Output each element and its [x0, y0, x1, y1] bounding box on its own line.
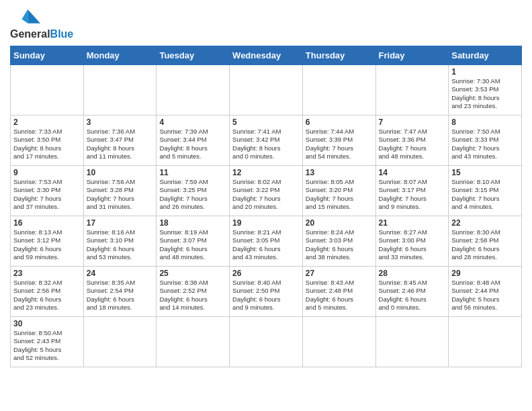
day-number: 12 [232, 168, 300, 177]
day-cell [449, 317, 522, 367]
day-number: 28 [379, 269, 446, 278]
day-info: Sunrise: 8:05 AM Sunset: 3:20 PM Dayligh… [306, 178, 373, 211]
day-cell: 23Sunrise: 8:32 AM Sunset: 2:56 PM Dayli… [11, 267, 84, 317]
day-cell [375, 317, 449, 367]
day-info: Sunrise: 8:43 AM Sunset: 2:48 PM Dayligh… [306, 279, 373, 312]
day-cell: 22Sunrise: 8:30 AM Sunset: 2:58 PM Dayli… [449, 216, 522, 267]
day-info: Sunrise: 7:33 AM Sunset: 3:50 PM Dayligh… [13, 128, 81, 161]
day-info: Sunrise: 8:02 AM Sunset: 3:22 PM Dayligh… [232, 178, 300, 211]
day-number: 15 [451, 168, 519, 177]
day-info: Sunrise: 7:41 AM Sunset: 3:42 PM Dayligh… [232, 128, 300, 161]
day-cell: 12Sunrise: 8:02 AM Sunset: 3:22 PM Dayli… [230, 166, 303, 216]
day-cell: 28Sunrise: 8:45 AM Sunset: 2:46 PM Dayli… [375, 267, 449, 317]
generalblue-logo [10, 7, 44, 27]
day-info: Sunrise: 8:24 AM Sunset: 3:03 PM Dayligh… [306, 228, 373, 261]
day-number: 3 [87, 118, 154, 127]
day-info: Sunrise: 8:21 AM Sunset: 3:05 PM Dayligh… [232, 228, 300, 261]
day-cell: 2Sunrise: 7:33 AM Sunset: 3:50 PM Daylig… [11, 116, 84, 166]
day-info: Sunrise: 8:19 AM Sunset: 3:07 PM Dayligh… [159, 228, 226, 261]
day-cell: 30Sunrise: 8:50 AM Sunset: 2:43 PM Dayli… [11, 317, 84, 367]
svg-marker-0 [28, 9, 40, 24]
day-number: 11 [159, 168, 226, 177]
day-number: 29 [451, 269, 519, 278]
day-number: 27 [306, 269, 373, 278]
day-cell [302, 65, 375, 116]
day-cell: 16Sunrise: 8:13 AM Sunset: 3:12 PM Dayli… [11, 216, 84, 267]
day-cell [157, 317, 230, 367]
day-info: Sunrise: 7:47 AM Sunset: 3:36 PM Dayligh… [379, 128, 446, 161]
day-number: 10 [87, 168, 154, 177]
week-row-2: 2Sunrise: 7:33 AM Sunset: 3:50 PM Daylig… [11, 116, 522, 166]
day-cell [375, 65, 449, 116]
weekday-header-thursday: Thursday [302, 46, 375, 65]
day-number: 6 [306, 118, 373, 127]
day-number: 18 [159, 218, 226, 228]
day-cell: 10Sunrise: 7:56 AM Sunset: 3:28 PM Dayli… [83, 166, 157, 216]
day-cell: 24Sunrise: 8:35 AM Sunset: 2:54 PM Dayli… [83, 267, 157, 317]
day-info: Sunrise: 8:48 AM Sunset: 2:44 PM Dayligh… [451, 279, 519, 312]
day-info: Sunrise: 7:56 AM Sunset: 3:28 PM Dayligh… [87, 178, 154, 211]
day-cell: 19Sunrise: 8:21 AM Sunset: 3:05 PM Dayli… [230, 216, 303, 267]
day-number: 30 [13, 319, 81, 328]
day-number: 19 [232, 218, 300, 228]
day-number: 26 [232, 269, 300, 278]
day-info: Sunrise: 8:27 AM Sunset: 3:00 PM Dayligh… [379, 228, 446, 261]
day-info: Sunrise: 7:59 AM Sunset: 3:25 PM Dayligh… [159, 178, 226, 211]
day-number: 16 [13, 218, 81, 228]
day-number: 20 [306, 218, 373, 228]
day-info: Sunrise: 8:07 AM Sunset: 3:17 PM Dayligh… [379, 178, 446, 211]
day-number: 24 [87, 269, 154, 278]
day-number: 4 [159, 118, 226, 127]
day-info: Sunrise: 7:39 AM Sunset: 3:44 PM Dayligh… [159, 128, 226, 161]
day-cell [83, 65, 157, 116]
day-cell: 27Sunrise: 8:43 AM Sunset: 2:48 PM Dayli… [302, 267, 375, 317]
day-info: Sunrise: 8:13 AM Sunset: 3:12 PM Dayligh… [13, 228, 81, 261]
day-cell: 6Sunrise: 7:44 AM Sunset: 3:39 PM Daylig… [302, 116, 375, 166]
day-cell: 7Sunrise: 7:47 AM Sunset: 3:36 PM Daylig… [375, 116, 449, 166]
day-cell: 15Sunrise: 8:10 AM Sunset: 3:15 PM Dayli… [449, 166, 522, 216]
day-number: 7 [379, 118, 446, 127]
day-info: Sunrise: 7:30 AM Sunset: 3:53 PM Dayligh… [451, 77, 519, 110]
day-info: Sunrise: 8:40 AM Sunset: 2:50 PM Dayligh… [232, 279, 300, 312]
day-cell: 14Sunrise: 8:07 AM Sunset: 3:17 PM Dayli… [375, 166, 449, 216]
day-cell: 9Sunrise: 7:53 AM Sunset: 3:30 PM Daylig… [11, 166, 84, 216]
week-row-5: 23Sunrise: 8:32 AM Sunset: 2:56 PM Dayli… [11, 267, 522, 317]
weekday-header-monday: Monday [83, 46, 157, 65]
day-number: 21 [379, 218, 446, 228]
weekday-header-saturday: Saturday [449, 46, 522, 65]
day-cell: 3Sunrise: 7:36 AM Sunset: 3:47 PM Daylig… [83, 116, 157, 166]
day-info: Sunrise: 7:44 AM Sunset: 3:39 PM Dayligh… [306, 128, 373, 161]
day-cell: 18Sunrise: 8:19 AM Sunset: 3:07 PM Dayli… [157, 216, 230, 267]
day-info: Sunrise: 7:53 AM Sunset: 3:30 PM Dayligh… [13, 178, 81, 211]
day-cell: 17Sunrise: 8:16 AM Sunset: 3:10 PM Dayli… [83, 216, 157, 267]
day-info: Sunrise: 8:30 AM Sunset: 2:58 PM Dayligh… [451, 228, 519, 261]
day-cell [230, 317, 303, 367]
week-row-6: 30Sunrise: 8:50 AM Sunset: 2:43 PM Dayli… [11, 317, 522, 367]
day-info: Sunrise: 8:50 AM Sunset: 2:43 PM Dayligh… [13, 329, 81, 362]
day-cell: 11Sunrise: 7:59 AM Sunset: 3:25 PM Dayli… [157, 166, 230, 216]
weekday-header-sunday: Sunday [11, 46, 84, 65]
week-row-4: 16Sunrise: 8:13 AM Sunset: 3:12 PM Dayli… [11, 216, 522, 267]
day-number: 14 [379, 168, 446, 177]
day-cell [230, 65, 303, 116]
day-info: Sunrise: 8:10 AM Sunset: 3:15 PM Dayligh… [451, 178, 519, 211]
day-info: Sunrise: 7:36 AM Sunset: 3:47 PM Dayligh… [87, 128, 154, 161]
day-cell [157, 65, 230, 116]
day-cell: 26Sunrise: 8:40 AM Sunset: 2:50 PM Dayli… [230, 267, 303, 317]
day-cell: 25Sunrise: 8:38 AM Sunset: 2:52 PM Dayli… [157, 267, 230, 317]
day-info: Sunrise: 7:50 AM Sunset: 3:33 PM Dayligh… [451, 128, 519, 161]
day-cell [302, 317, 375, 367]
svg-marker-1 [22, 9, 28, 24]
day-cell: 13Sunrise: 8:05 AM Sunset: 3:20 PM Dayli… [302, 166, 375, 216]
logo-text: GeneralBlue [10, 28, 73, 40]
day-cell [83, 317, 157, 367]
day-number: 17 [87, 218, 154, 228]
day-number: 22 [451, 218, 519, 228]
day-number: 5 [232, 118, 300, 127]
day-cell: 8Sunrise: 7:50 AM Sunset: 3:33 PM Daylig… [449, 116, 522, 166]
day-cell: 4Sunrise: 7:39 AM Sunset: 3:44 PM Daylig… [157, 116, 230, 166]
day-info: Sunrise: 8:16 AM Sunset: 3:10 PM Dayligh… [87, 228, 154, 261]
day-number: 9 [13, 168, 81, 177]
day-number: 25 [159, 269, 226, 278]
day-cell: 1Sunrise: 7:30 AM Sunset: 3:53 PM Daylig… [449, 65, 522, 116]
